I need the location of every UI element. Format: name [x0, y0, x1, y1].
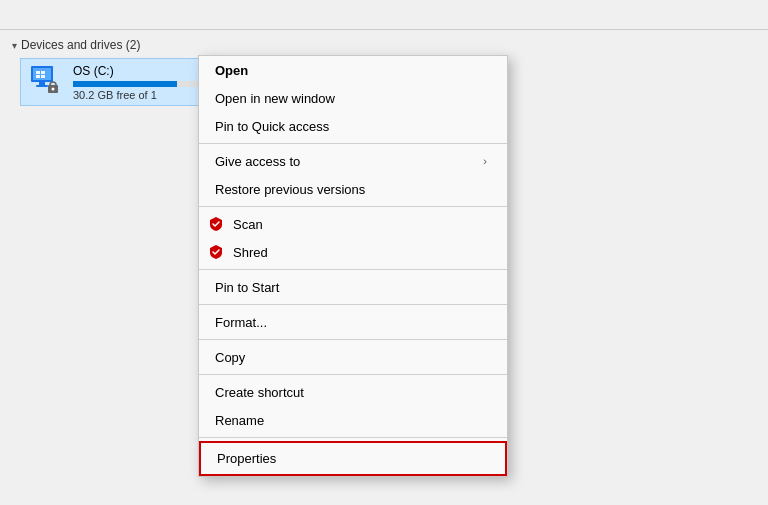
- menu-item-open[interactable]: Open: [199, 56, 507, 84]
- separator-7: [199, 437, 507, 438]
- context-menu: Open Open in new window Pin to Quick acc…: [198, 55, 508, 477]
- svg-rect-2: [39, 82, 45, 85]
- mcafee-scan-icon: [207, 215, 225, 233]
- chevron-right-icon: ›: [483, 155, 487, 167]
- separator-6: [199, 374, 507, 375]
- devices-header: ▾ Devices and drives (2): [12, 38, 756, 52]
- devices-header-label: Devices and drives (2): [21, 38, 140, 52]
- svg-rect-4: [36, 71, 40, 74]
- chevron-down-icon: ▾: [12, 40, 17, 51]
- separator-4: [199, 304, 507, 305]
- menu-item-copy[interactable]: Copy: [199, 343, 507, 371]
- mcafee-shred-icon: [207, 243, 225, 261]
- menu-item-open-new-window[interactable]: Open in new window: [199, 84, 507, 112]
- separator-2: [199, 206, 507, 207]
- drive-c-info: OS (C:) 30.2 GB free of 1: [73, 64, 211, 101]
- drive-c-bar: [73, 81, 211, 87]
- drive-c-icon-wrapper: [29, 64, 65, 100]
- menu-item-give-access[interactable]: Give access to ›: [199, 147, 507, 175]
- drive-c-name: OS (C:): [73, 64, 211, 78]
- drive-c-bar-fill: [73, 81, 177, 87]
- menu-item-pin-quick-access[interactable]: Pin to Quick access: [199, 112, 507, 140]
- separator-5: [199, 339, 507, 340]
- svg-rect-5: [41, 71, 45, 74]
- svg-rect-6: [36, 75, 40, 78]
- top-bar: [0, 0, 768, 30]
- drive-c[interactable]: OS (C:) 30.2 GB free of 1: [20, 58, 220, 106]
- menu-item-pin-start[interactable]: Pin to Start: [199, 273, 507, 301]
- menu-item-properties[interactable]: Properties: [199, 441, 507, 476]
- drive-c-icon: [29, 64, 65, 100]
- menu-item-format[interactable]: Format...: [199, 308, 507, 336]
- menu-item-shred[interactable]: Shred: [199, 238, 507, 266]
- svg-rect-7: [41, 75, 45, 78]
- separator-3: [199, 269, 507, 270]
- menu-item-restore-versions[interactable]: Restore previous versions: [199, 175, 507, 203]
- file-explorer: ▾ Devices and drives (2): [0, 0, 768, 505]
- menu-item-create-shortcut[interactable]: Create shortcut: [199, 378, 507, 406]
- menu-item-rename[interactable]: Rename: [199, 406, 507, 434]
- separator-1: [199, 143, 507, 144]
- drive-c-free: 30.2 GB free of 1: [73, 89, 211, 101]
- menu-item-scan[interactable]: Scan: [199, 210, 507, 238]
- svg-point-9: [52, 88, 55, 91]
- svg-rect-3: [36, 85, 48, 87]
